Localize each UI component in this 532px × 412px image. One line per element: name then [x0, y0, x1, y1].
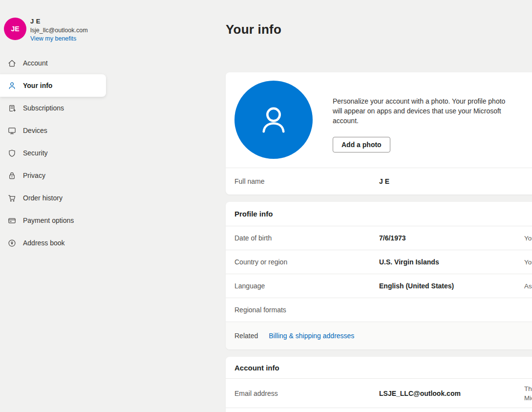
photo-description: Personalize your account with a photo. Y… — [333, 96, 510, 126]
sidebar-item-privacy[interactable]: Privacy — [0, 164, 106, 187]
credit-card-icon — [7, 216, 17, 225]
sidebar-item-label: Address book — [23, 239, 65, 247]
sidebar-item-your-info[interactable]: Your info — [0, 74, 106, 97]
sidebar-item-label: Subscriptions — [23, 104, 64, 112]
date-of-birth-row: Date of birth 7/6/1973 You — [226, 226, 532, 250]
page-title: Your info — [226, 22, 532, 37]
sidebar-item-label: Order history — [23, 194, 63, 202]
sidebar-item-payment-options[interactable]: Payment options — [0, 209, 106, 232]
sidebar-item-label: Security — [23, 149, 48, 157]
cart-icon — [7, 193, 17, 203]
sidebar-item-label: Your info — [23, 82, 52, 89]
home-icon — [7, 58, 17, 68]
full-name-row: Full name J E — [226, 168, 532, 195]
sidebar-item-subscriptions[interactable]: Subscriptions — [0, 97, 106, 119]
account-info-title: Account info — [226, 357, 532, 378]
regional-formats-row: Regional formats — [226, 298, 532, 322]
sidebar-item-address-book[interactable]: Address book — [0, 232, 106, 254]
shield-icon — [7, 148, 17, 158]
sidebar-item-account[interactable]: Account — [0, 52, 106, 74]
sidebar-item-devices[interactable]: Devices — [0, 119, 106, 142]
full-name-value: J E — [379, 177, 524, 185]
user-initials: JE — [11, 25, 19, 33]
map-pin-icon — [7, 238, 17, 248]
profile-info-title: Profile info — [226, 202, 532, 226]
country-region-row: Country or region U.S. Virgin Islands Yo… — [226, 250, 532, 274]
user-avatar: JE — [4, 18, 26, 40]
profile-photo-placeholder — [234, 81, 313, 159]
email-address-row: Email address LSJE_LLC@outlook.com The M… — [226, 379, 532, 408]
sidebar-item-order-history[interactable]: Order history — [0, 187, 106, 209]
person-icon — [7, 81, 17, 90]
person-outline-icon — [255, 102, 292, 138]
full-name-label: Full name — [234, 177, 379, 185]
sidebar-item-label: Payment options — [23, 217, 74, 224]
main-content: Your info Personalize your account with … — [226, 0, 532, 412]
subscriptions-icon — [7, 103, 17, 113]
sidebar-item-label: Account — [23, 59, 48, 67]
sidebar: JE J E lsje_llc@outlook.com View my bene… — [0, 0, 106, 412]
view-my-benefits-link[interactable]: View my benefits — [30, 35, 76, 42]
sidebar-item-security[interactable]: Security — [0, 142, 106, 164]
sidebar-item-label: Devices — [23, 127, 47, 134]
related-row: Related Billing & shipping addresses — [226, 322, 532, 349]
monitor-icon — [7, 126, 17, 135]
billing-shipping-addresses-link[interactable]: Billing & shipping addresses — [269, 332, 354, 340]
account-user-summary: JE J E lsje_llc@outlook.com View my bene… — [4, 18, 88, 43]
sidebar-nav: Account Your info Subscriptions Devices … — [0, 52, 106, 254]
photo-card: Personalize your account with a photo. Y… — [226, 72, 532, 195]
sidebar-item-label: Privacy — [23, 172, 45, 179]
related-label: Related — [234, 332, 258, 340]
add-photo-button[interactable]: Add a photo — [333, 137, 390, 152]
divider — [226, 408, 532, 408]
lock-icon — [7, 171, 17, 180]
account-info-card: Account info Email address LSJE_LLC@outl… — [226, 357, 532, 412]
email-description: The Mic — [524, 384, 532, 403]
language-row: Language English (United States) Ask — [226, 274, 532, 298]
user-email: lsje_llc@outlook.com — [30, 27, 88, 34]
user-name: J E — [30, 18, 88, 25]
profile-info-card: Profile info Date of birth 7/6/1973 You … — [226, 202, 532, 349]
